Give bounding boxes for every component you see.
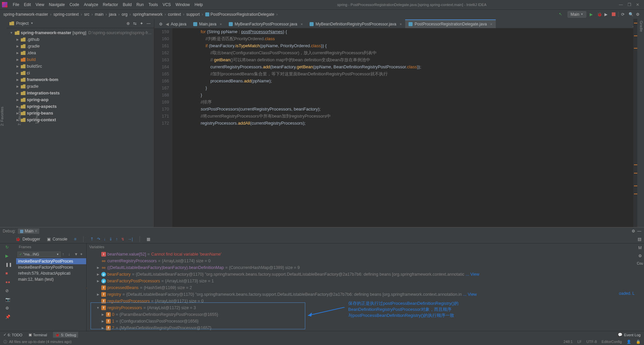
toolwindow-project[interactable]: 1: Project: [35, 109, 39, 124]
locate-icon[interactable]: ⊕: [126, 21, 131, 26]
prev-frame-icon[interactable]: ↑: [62, 252, 67, 257]
menu-edit[interactable]: Edit: [22, 2, 33, 8]
run-icon[interactable]: ▶: [590, 12, 594, 17]
mute-breakpoints-icon[interactable]: ⊘: [5, 288, 11, 294]
settings-icon[interactable]: ⚙: [5, 306, 11, 311]
force-step-into-icon[interactable]: ⇓: [109, 237, 112, 242]
debugger-tab-button[interactable]: 🐞Debugger: [15, 237, 40, 242]
close-tab-icon[interactable]: ×: [490, 22, 492, 26]
search-everywhere-icon[interactable]: 🔍: [629, 12, 633, 17]
code-content[interactable]: for (String ppName : postProcessorNames)…: [172, 28, 637, 227]
gear-icon[interactable]: ⚙: [159, 22, 164, 26]
console-tab-button[interactable]: ▣Console: [47, 237, 67, 242]
gear-icon[interactable]: ⚙: [632, 229, 635, 233]
collapse-icon[interactable]: ⇆: [133, 21, 138, 26]
debug-session-tab[interactable]: ▦Main×: [18, 228, 39, 234]
editor-tab[interactable]: MyBeanFactoryPostProcessor.java×: [225, 19, 306, 28]
line-ending[interactable]: LF: [577, 340, 582, 344]
minimap[interactable]: [633, 28, 637, 227]
toolwindow-event-log[interactable]: 💬Event Log: [618, 333, 641, 337]
stop-icon[interactable]: [612, 12, 615, 16]
menu-tools[interactable]: Tools: [147, 2, 160, 8]
thread-dropdown[interactable]: ✓"ma...ING▼: [17, 252, 61, 257]
lock-icon[interactable]: 🔒: [636, 340, 641, 344]
breadcrumb[interactable]: org: [122, 12, 133, 17]
layout-icon[interactable]: ▤: [638, 237, 641, 242]
caret-position[interactable]: 248:1: [564, 340, 573, 344]
inspection-icon[interactable]: 👤: [627, 340, 631, 344]
menu-refactor[interactable]: Refactor: [101, 2, 120, 8]
encoding[interactable]: UTF-8: [586, 340, 597, 344]
run-config-dropdown[interactable]: Main▼: [568, 11, 586, 18]
breadcrumb[interactable]: context: [168, 12, 186, 17]
coverage-icon[interactable]: ▶: [604, 12, 609, 17]
toolwindow-terminal[interactable]: ▣Terminal: [29, 333, 47, 337]
editorconfig[interactable]: EditorConfig: [601, 340, 622, 344]
menu-help[interactable]: Help: [193, 2, 205, 8]
menu-navigate[interactable]: Navigate: [47, 2, 67, 8]
chevron-down-icon[interactable]: ▼: [31, 22, 33, 25]
breadcrumb[interactable]: spring-framework-master: [3, 12, 53, 17]
rerun-icon[interactable]: ↻: [5, 245, 11, 250]
step-out-icon[interactable]: ↑: [116, 237, 118, 242]
breadcrumb[interactable]: PostProcessorRegistrationDelegate: [205, 12, 280, 17]
gear-icon[interactable]: ⚙: [638, 254, 642, 258]
show-execution-point-icon[interactable]: ⤒: [90, 237, 94, 242]
toolwindow-debug[interactable]: 🐞5: Debug: [53, 332, 78, 338]
add-icon[interactable]: +: [80, 252, 85, 257]
nav-back-icon[interactable]: ↖: [559, 12, 564, 17]
minimize-icon[interactable]: —: [619, 2, 623, 7]
breadcrumb[interactable]: java: [109, 12, 122, 17]
breadcrumb[interactable]: support: [186, 12, 205, 17]
breadcrumb[interactable]: springframework: [133, 12, 168, 17]
menu-window[interactable]: Window: [173, 2, 192, 8]
step-over-icon[interactable]: ↷: [97, 237, 100, 242]
toolwindow-gradle[interactable]: Gradle: [637, 19, 644, 34]
menu-analyze[interactable]: Analyze: [82, 2, 100, 8]
next-frame-icon[interactable]: ↓: [68, 252, 73, 257]
editor-tab[interactable]: PostProcessorRegistrationDelegate.java×: [405, 19, 496, 28]
project-tree[interactable]: ▼spring-framework-master [spring]D:\spri…: [7, 28, 154, 227]
toolwindow-todo[interactable]: ✓6: TODO: [3, 333, 22, 337]
evaluate-icon[interactable]: ▦: [147, 237, 150, 242]
update-icon[interactable]: ⟳: [621, 12, 626, 17]
breadcrumb[interactable]: src: [84, 12, 95, 17]
run-to-cursor-icon[interactable]: →|: [128, 237, 133, 242]
toolwindow-favorites[interactable]: 2: Favorites: [0, 107, 4, 126]
editor-tab[interactable]: ⚙◀Aop.java: [156, 19, 190, 28]
menu-vcs[interactable]: VCS: [161, 2, 173, 8]
editor-tab[interactable]: Main.java×: [190, 19, 225, 28]
menu-code[interactable]: Code: [67, 2, 81, 8]
hide-icon[interactable]: —: [637, 229, 641, 233]
pause-icon[interactable]: ❚❚: [5, 262, 11, 268]
resume-icon[interactable]: ▶: [5, 254, 11, 259]
close-tab-icon[interactable]: ×: [301, 22, 303, 26]
settings-icon[interactable]: ⚙: [636, 12, 641, 17]
toolwindow-structure[interactable]: 7: Structure: [17, 107, 21, 126]
variables-panel[interactable]: Variables ⚭ !beanName.value[52] = Cannot…: [87, 244, 636, 331]
menu-run[interactable]: Run: [135, 2, 146, 8]
menu-file[interactable]: File: [11, 2, 21, 8]
drop-frame-icon[interactable]: ↯: [121, 237, 124, 242]
menu-view[interactable]: View: [34, 2, 46, 8]
hide-icon[interactable]: —: [147, 21, 151, 26]
more-label[interactable]: M: [638, 246, 642, 250]
camera-icon[interactable]: 📷: [5, 297, 11, 302]
close-tab-icon[interactable]: ×: [220, 22, 222, 26]
maximize-icon[interactable]: ❐: [628, 2, 631, 7]
filter-icon[interactable]: ▼: [74, 252, 79, 257]
stop-icon[interactable]: ■: [5, 271, 11, 276]
breadcrumb[interactable]: spring-context: [53, 12, 84, 17]
close-icon[interactable]: ✕: [636, 2, 639, 7]
breakpoints-icon[interactable]: ●●: [5, 280, 11, 285]
editor-tab[interactable]: MyBeanDefinitionRegistryPostProcessor.ja…: [306, 19, 405, 28]
threads-icon[interactable]: ≡: [74, 237, 76, 242]
frames-list[interactable]: invokeBeanFactoryPostProcesinvokeBeanFac…: [16, 258, 86, 331]
pin-icon[interactable]: 📌: [5, 315, 11, 320]
debug-icon[interactable]: 🐞: [597, 12, 602, 17]
info-icon[interactable]: ⓘ: [3, 339, 7, 344]
settings-icon[interactable]: ✦: [140, 21, 145, 26]
close-tab-icon[interactable]: ×: [399, 22, 401, 26]
breadcrumb[interactable]: main: [95, 12, 109, 17]
view-link[interactable]: oaded. L: [619, 291, 635, 296]
